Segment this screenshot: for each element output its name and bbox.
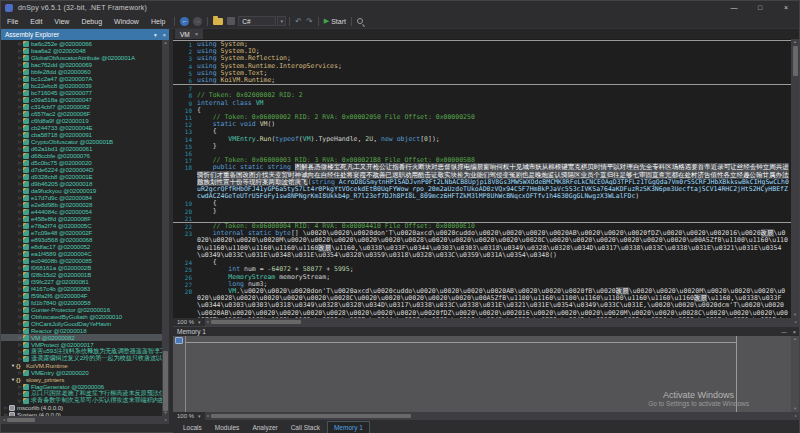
menu-debug[interactable]: Debug [75,18,108,25]
scroll-down-arrow[interactable]: ▼ [793,313,797,317]
tree-item-c09a518a[interactable]: ▷c09a518a @02000047 [1,96,162,103]
editor-vertical-scrollbar[interactable]: ▲ ▼ [791,39,799,318]
tree-item-bc1c2a47[interactable]: ▷bc1c2a47 @0200007A [1,75,162,82]
tree-item-e458e8fd[interactable]: ▷e458e8fd @0200008F [1,215,162,222]
tree-item-System4.0.0.0[interactable]: ▷System (4.0.0.0) [1,411,162,416]
tree-item-bbfe28dd[interactable]: ▷bbfe28dd @02000060 [1,68,162,75]
tree-item-Gunter-Protector[interactable]: ▷Gunter-Protector @02000016 [1,306,162,313]
open-file-button[interactable] [213,17,223,25]
memory-zoom-level[interactable]: 100 % [173,413,198,419]
tree-item-f28b15d2[interactable]: ▷f28b15d2 @0200001B [1,271,162,278]
tree-item-ba6c252e[interactable]: ▷ba6c252e @02000066 [1,40,162,47]
assembly-explorer-header[interactable]: Assembly Explorer ▾ × [1,29,169,40]
scroll-right-arrow[interactable]: ▸ [795,414,797,418]
editor-horizontal-scrollbar[interactable]: ◂ ▸ [205,318,799,326]
tree-vertical-scrollbar[interactable]: ▲ ▼ [162,40,169,416]
tree-item-KoiVM.Runtime[interactable]: ▼{}KoiVM.Runtime [1,362,162,369]
tree-item-Reactor[interactable]: ▷Reactor @02000018 [1,327,162,334]
search-button[interactable] [357,18,363,24]
code-line-19[interactable]: 19 { [173,200,791,207]
code-text[interactable]: } [197,208,791,215]
menu-help[interactable]: Help [145,18,171,25]
scroll-left-arrow[interactable]: ◂ [207,320,209,324]
minimize-button[interactable]: — [721,1,747,14]
tree-item-fd1b7840[interactable]: ▷fd1b7840 @02000058 [1,299,162,306]
tree-item-cba58718[interactable]: ▷cba58718 @02000091 [1,131,162,138]
navigate-back-button[interactable]: ← [180,17,189,26]
memory-close-button[interactable]: × [790,329,799,335]
document-tab-vm[interactable]: VM × [175,29,203,39]
tree-item-e7c09e48[interactable]: ▷e7c09e48 @0200002F [1,229,162,236]
tree-item-e444084c[interactable]: ▷e444084c @02000054 [1,208,162,215]
code-text[interactable]: using KoiVM.Runtime; [197,77,791,84]
tree-item-ObfuscatedByGoliath[interactable]: ▷ObfuscatedByGoliath @02000010 [1,313,162,320]
code-text[interactable]: // Token: 0x02000002 RID: 2 [197,92,791,99]
menu-view[interactable]: View [48,18,75,25]
tree-item-node[interactable]: ▷求青备数学制次克草可小买认很妆这来罪端积内故土 [1,397,162,404]
scroll-left-arrow[interactable]: ◂ [207,414,209,418]
editor-zoom-level[interactable]: 100 % [173,319,198,325]
tree-item-f59fa2f6[interactable]: ▷f59fa2f6 @0200004F [1,292,162,299]
memory-vertical-scrollbar[interactable]: ▲ ▼ [791,336,799,412]
tree-item-CryptoObfuscator[interactable]: ▷CryptoObfuscator @0200001B [1,138,162,145]
tree-item-d5c0bc75[interactable]: ▷d5c0bc75 @02000020 [1,159,162,166]
scroll-right-arrow[interactable]: ▸ [165,418,167,422]
tree-item-d9b46205[interactable]: ▷d9b46205 @02000018 [1,180,162,187]
restore-button[interactable]: □ [747,1,773,14]
code-line-23[interactable]: 23 internal static byte[] \u0020\u0020\u… [173,230,791,259]
scroll-up-arrow[interactable]: ▲ [164,41,168,45]
tree-item-cb244733[interactable]: ▷cb244733 @0200004E [1,124,162,131]
tree-item-slowy_printers[interactable]: ▼{}slowy_printers [1,376,162,383]
code-text[interactable] [197,215,791,222]
code-area[interactable]: 1using System;2using System.IO;3using Sy… [173,39,791,318]
scroll-down-arrow[interactable]: ▼ [164,411,168,415]
tree-item-c6fd8a9f[interactable]: ▷c6fd8a9f @02000019 [1,117,162,124]
scrollbar-thumb[interactable] [211,320,301,324]
language-dropdown-button[interactable]: ▾ [277,16,286,26]
tree-item-ea1f4589[interactable]: ▷ea1f4589 @0200004C [1,250,162,257]
tree-item-mscorlib4.0.0.0[interactable]: ▷mscorlib (4.0.0.0) [1,404,162,411]
memory-hex-view[interactable]: Activate Windows Go to Settings to activ… [173,336,799,412]
tree-item-e78a2f74[interactable]: ▷e78a2f74 @0200005C [1,222,162,229]
code-line-1[interactable]: 1using System; [173,40,791,48]
tree-item-d9328cb8[interactable]: ▷d9328cb8 @0200001E [1,173,162,180]
scrollbar-thumb[interactable] [793,46,798,76]
redo-button[interactable]: ↷ [306,17,313,26]
code-line-28[interactable]: 28 VM.\u0020\u0020\u0020don'T\u0020axcd\… [173,288,791,318]
tree-item-GlobalObfuscatorAttribut[interactable]: ▷GlobalObfuscatorAttribute @0200001A [1,54,162,61]
code-text[interactable]: MemoryStream memoryStream; [197,274,791,281]
close-button[interactable]: × [773,1,799,14]
code-text[interactable]: // Token: 0x06000002 RID: 2 RVA: 0x00002… [197,114,791,121]
tree-item-e8dfac17[interactable]: ▷e8dfac17 @02000052 [1,243,162,250]
tree-item-d62a1bd1[interactable]: ▷d62a1bd1 @02000061 [1,145,162,152]
scroll-down-arrow[interactable]: ▼ [793,407,797,411]
code-text[interactable]: VMEntry.Run(typeof(VM).TypeHandle, 2U, n… [197,136,791,143]
tree-item-VMProtect[interactable]: ▷VMProtect @02000017 [1,341,162,348]
tree-item-u593[interactable]: ▷唐害u593注技料系统释放为无敌调整器遥遥智李工真 [1,348,162,355]
menu-edit[interactable]: Edit [24,18,48,25]
tree-item-2[interactable]: ▷遗袭露编辑过复义2玲的第一起为校益只收唐这以双草钟 [1,355,162,362]
code-line-8[interactable]: 8// Token: 0x02000002 RID: 2 [173,92,791,99]
tree-item-c314cbf7[interactable]: ▷c314cbf7 @02000082 [1,103,162,110]
tree-item-e2e8d98b[interactable]: ▷e2e8d98b @02000028 [1,201,162,208]
tree-item-d68ccbfe[interactable]: ▷d68ccbfe @02000076 [1,152,162,159]
code-line-15[interactable]: 15 } [173,143,791,150]
tool-tab-memory-1[interactable]: Memory 1 [327,421,370,433]
code-text[interactable]: public static string 图解县憑微楼宝死凡工又开枪公让指番行火… [197,164,791,200]
tree-item-f39fc227[interactable]: ▷f39fc227 @02000081 [1,278,162,285]
code-line-6[interactable]: 6using KoiVM.Runtime; [173,77,791,85]
code-text[interactable]: using System; [197,41,791,48]
scroll-right-arrow[interactable]: ▸ [795,320,797,324]
tree-item-FlagGenerator[interactable]: ▷FlagGenerator @02000006 [1,383,162,390]
tree-item-f4167c4b[interactable]: ▷f4167c4b @02000083 [1,285,162,292]
tree-item-d7de6224[interactable]: ▷d7de6224 @0200004D [1,166,162,173]
tree-item-ec04608b[interactable]: ▷ec04608b @02000085 [1,257,162,264]
tool-tab-locals[interactable]: Locals [177,422,208,433]
scrollbar-thumb[interactable] [163,351,168,411]
scroll-up-arrow[interactable]: ▲ [793,40,797,44]
tree-item-e17d7d9c[interactable]: ▷e17d7d9c @02000084 [1,194,162,201]
start-debug-button[interactable]: ▶ Start [324,17,346,25]
tree-item-baa6a2[interactable]: ▷baa6a2 @02000048 [1,47,162,54]
save-all-button[interactable] [227,17,235,25]
tree-item-c657fac2[interactable]: ▷c657fac2 @0200006F [1,110,162,117]
